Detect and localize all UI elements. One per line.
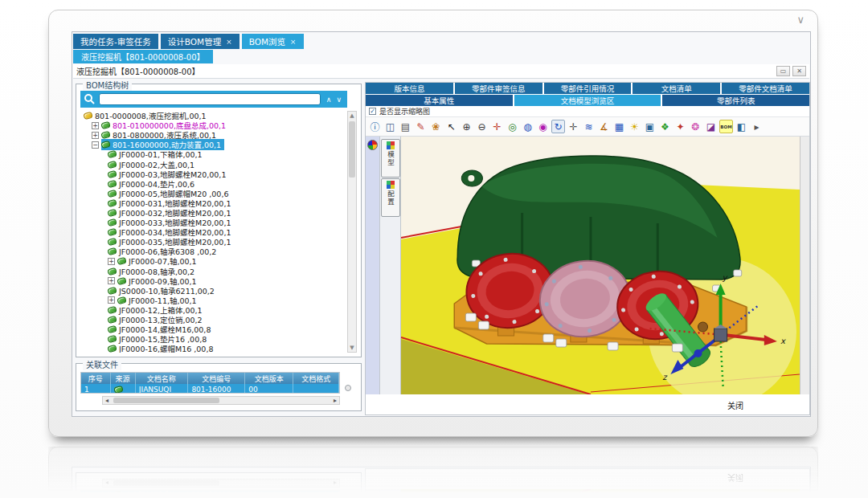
- zoom-fit-icon[interactable]: ✛: [490, 120, 504, 133]
- files-hscrollbar: ◂ ▸: [102, 479, 340, 488]
- gearbox-3d-view: x y z: [401, 137, 800, 394]
- expand-icon[interactable]: +: [108, 296, 115, 304]
- tree-item[interactable]: JF0000-16,螺帽M16 ,00,8: [80, 344, 347, 353]
- zoom-window-icon[interactable]: ◎: [506, 120, 519, 133]
- files-hscrollbar[interactable]: ◂ ▸: [102, 396, 340, 405]
- zoom-select-icon[interactable]: ◍: [521, 120, 534, 133]
- part-link-icon: [107, 160, 117, 168]
- pan-icon[interactable]: ✛: [567, 120, 580, 133]
- model-canvas[interactable]: x y z: [401, 137, 800, 394]
- expand-icon[interactable]: +: [108, 277, 115, 284]
- document-title-bar: 液压挖掘机【801-0000008-00】 ▭ ✕: [73, 64, 809, 79]
- viewer-side-tabs: 模型配置: [380, 489, 401, 498]
- table-row[interactable]: 1JIANSUQI801-1600000: [81, 384, 339, 394]
- view-cube-icon[interactable]: ▦: [612, 120, 626, 133]
- part-link-icon: [107, 199, 117, 207]
- info-icon[interactable]: ⓘ: [368, 120, 382, 133]
- chevron-down-icon[interactable]: ∨: [796, 14, 805, 26]
- part-link-icon: [107, 218, 117, 227]
- zoom-out-icon[interactable]: ⊖: [475, 120, 489, 133]
- tab-1[interactable]: 我的任务-审签任务: [73, 34, 158, 49]
- detail-tab-3[interactable]: 零部件引用情况: [544, 83, 632, 94]
- part-link-icon: [107, 306, 117, 314]
- document-title: 液压挖掘机【801-0000008-00】: [76, 65, 200, 77]
- show-thumbnail-checkbox[interactable]: ✓: [369, 108, 376, 115]
- scroll-down-icon[interactable]: ▼: [348, 344, 356, 352]
- tree-item[interactable]: +JF0000-11,轴,00,1: [80, 296, 347, 305]
- files-scroll-thumb: [113, 480, 219, 486]
- detail-tab-2[interactable]: 零部件审签信息: [455, 83, 542, 94]
- search-next-icon[interactable]: ∨: [336, 96, 342, 104]
- rotate-center-icon[interactable]: ◉: [536, 120, 550, 133]
- plane-edge-line3: [591, 492, 800, 498]
- move-part-icon[interactable]: ✦: [674, 120, 687, 133]
- tab-label: BOM浏览: [249, 35, 285, 47]
- detail-tab-1[interactable]: 版本信息: [366, 83, 453, 94]
- tab-close-icon[interactable]: ×: [290, 38, 297, 46]
- table-cell: 801-16000: [188, 490, 245, 498]
- light-icon[interactable]: ☀: [628, 120, 641, 133]
- tab-close-icon[interactable]: ×: [226, 38, 232, 46]
- viewer-toolbar: ⓘ◫▤✎❀↖⊕⊖✛◎◍◉↻✛≋∡▦☀▣❖✦❂◪BOM◧▸: [366, 117, 809, 137]
- close-button[interactable]: 关闭: [727, 399, 743, 411]
- color-wheel-icon[interactable]: [367, 140, 378, 150]
- viewer-side-tab-2[interactable]: 配置: [381, 178, 400, 217]
- search-input[interactable]: [99, 93, 321, 105]
- tab-3[interactable]: BOM浏览×: [242, 34, 304, 49]
- detail-subtab-1[interactable]: 基本属性: [366, 95, 513, 106]
- close-icon[interactable]: ✕: [792, 66, 806, 76]
- expand-icon[interactable]: +: [92, 122, 99, 129]
- markup-icon[interactable]: ✎: [414, 120, 428, 133]
- column-header: 文档编号: [188, 373, 245, 384]
- viewer-side-tab-1[interactable]: 模型: [381, 139, 400, 178]
- print-icon[interactable]: ▤: [399, 120, 412, 133]
- scroll-right-icon[interactable]: ▸: [334, 397, 339, 404]
- expand-icon[interactable]: +: [92, 132, 99, 139]
- scroll-up-icon[interactable]: ▲: [348, 112, 356, 120]
- restore-icon[interactable]: ▭: [776, 66, 790, 76]
- part-link-icon: [107, 179, 117, 187]
- tree-scrollbar[interactable]: ▲ ▼: [347, 111, 357, 353]
- column-header: 序号: [81, 373, 111, 384]
- scroll-left-icon: ◂: [103, 480, 108, 487]
- detail-tab-4[interactable]: 文档清单: [633, 83, 720, 94]
- bom-icon[interactable]: BOM: [719, 120, 733, 133]
- zoom-in-icon[interactable]: ⊕: [460, 120, 473, 133]
- viewer-area: 模型配置: [366, 489, 809, 498]
- render-icon[interactable]: ❀: [429, 120, 443, 133]
- section-icon[interactable]: ◪: [704, 120, 718, 133]
- row-marker-icon: [345, 385, 351, 391]
- rotate-icon[interactable]: ↻: [551, 120, 565, 133]
- tab-label: 设计BOM管理: [168, 35, 221, 47]
- detail-subtab-2[interactable]: 文档模型浏览区: [514, 95, 661, 106]
- files-scroll-thumb[interactable]: [113, 398, 219, 403]
- screen-icon[interactable]: ◧: [735, 120, 748, 133]
- preview-icon[interactable]: ◫: [383, 120, 397, 133]
- gearbox-3d-view: x y z: [401, 489, 800, 498]
- more-icon[interactable]: ▸: [750, 120, 764, 133]
- table-row: 1JIANSUQI801-1600000: [81, 490, 339, 498]
- explode-icon[interactable]: ❖: [658, 120, 672, 133]
- document-tab[interactable]: 液压挖掘机【801-0000008-00】: [73, 50, 213, 63]
- snapshot-icon[interactable]: ▣: [643, 120, 657, 133]
- part-link-icon: [107, 325, 117, 333]
- ground-band: [401, 489, 588, 498]
- scroll-left-icon[interactable]: ◂: [103, 397, 108, 404]
- tree-scroll-thumb[interactable]: [349, 121, 355, 178]
- measure-icon[interactable]: ∡: [597, 120, 611, 133]
- gearbox-model[interactable]: [454, 156, 746, 370]
- detail-panel-footer: 关闭: [366, 468, 809, 489]
- detail-subtab-3[interactable]: 零部件列表: [662, 95, 809, 106]
- detail-tab-5[interactable]: 零部件文档清单: [722, 83, 809, 94]
- column-header: 文档名称: [136, 373, 189, 384]
- select-icon[interactable]: ↖: [444, 120, 458, 133]
- search-prev-icon[interactable]: ∧: [326, 96, 332, 104]
- expand-icon[interactable]: +: [108, 258, 115, 265]
- row-marker-icon: [345, 492, 351, 498]
- watermark-circle: [648, 489, 796, 498]
- viewer-scrollbar[interactable]: [800, 137, 809, 394]
- collapse-icon[interactable]: −: [92, 141, 99, 149]
- gear-icon[interactable]: ❂: [689, 120, 702, 133]
- section-lines-icon[interactable]: ≋: [582, 120, 596, 133]
- tab-2[interactable]: 设计BOM管理×: [161, 34, 240, 49]
